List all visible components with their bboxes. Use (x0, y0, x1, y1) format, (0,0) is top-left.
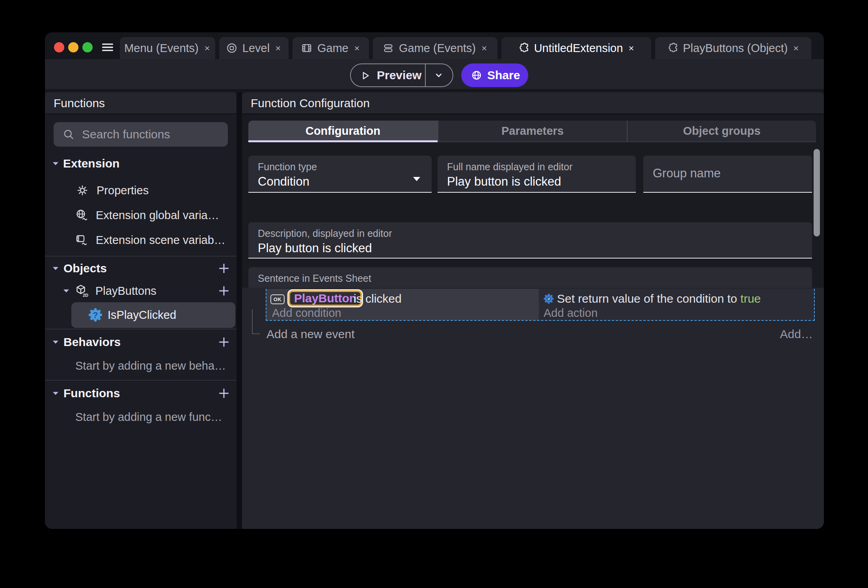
close-icon[interactable] (628, 45, 635, 52)
behaviors-empty-hint: Start by adding a new beha… (75, 357, 226, 375)
section-label: Extension (63, 154, 119, 173)
field-value: Play button is clicked (447, 175, 561, 189)
sidebar-title: Functions (54, 92, 105, 114)
active-tab-underline (248, 140, 438, 142)
field-value: Condition (258, 175, 309, 189)
section-label: Objects (63, 259, 107, 277)
sidebar-section-objects[interactable]: Objects (45, 259, 237, 277)
field-label: Description, displayed in editor (258, 228, 392, 239)
event-row[interactable]: OK PlayButton is clicked Add condition S… (266, 289, 815, 320)
full-name-field[interactable]: Full name displayed in editor Play butto… (438, 156, 636, 193)
tab-untitled-extension[interactable]: UntitledExtension (501, 37, 651, 59)
film-icon (301, 42, 313, 54)
tab-object-groups[interactable]: Object groups (627, 121, 816, 142)
add-function-to-object-button[interactable] (217, 284, 231, 298)
field-value: Play button is clicked (258, 241, 372, 255)
item-label: Extension global varia… (96, 206, 219, 224)
sidebar-item-properties[interactable]: Properties (45, 181, 237, 199)
sidebar-section-behaviors[interactable]: Behaviors (45, 333, 237, 351)
search-icon (62, 128, 75, 141)
close-icon[interactable] (274, 45, 282, 52)
tab-bar: Menu (Events) Level Game Game (Events) U… (45, 32, 824, 59)
sidebar-item-playbuttons[interactable]: PlayButtons (45, 282, 237, 300)
event-tree-guide (252, 309, 260, 334)
add-new-event-button[interactable]: Add a new event (266, 325, 355, 343)
content-area: Functions Search functions Extension Pro… (45, 92, 824, 529)
sidebar-section-extension[interactable]: Extension (45, 154, 237, 173)
level-icon (226, 42, 238, 54)
section-label: Functions (63, 384, 120, 402)
close-icon[interactable] (203, 45, 211, 52)
sidebar-item-global-variables[interactable]: Extension global varia… (45, 206, 237, 224)
object-2d-icon (74, 283, 89, 298)
close-icon[interactable] (353, 45, 361, 52)
play-icon (359, 70, 371, 82)
gear-icon (76, 184, 89, 197)
sidebar-divider (45, 329, 237, 329)
share-button[interactable]: Share (461, 63, 528, 87)
functions-empty-hint: Start by adding a new func… (75, 408, 222, 426)
tab-game-events[interactable]: Game (Events) (373, 37, 497, 59)
field-label: Sentence in Events Sheet (258, 273, 371, 284)
preview-button[interactable]: Preview (350, 63, 453, 87)
item-label: IsPlayClicked (108, 302, 176, 328)
scene-variables-icon (75, 233, 88, 247)
item-label: PlayButtons (95, 282, 156, 300)
globe-icon (471, 69, 482, 81)
tab-label: Menu (Events) (124, 42, 199, 55)
group-name-field[interactable]: Group name (643, 156, 812, 193)
preview-label: Preview (377, 64, 421, 86)
add-more-button[interactable]: Add… (780, 325, 813, 343)
puzzle-icon (518, 42, 529, 54)
puzzle-icon (667, 42, 678, 54)
tab-label: Level (242, 42, 270, 55)
tab-level[interactable]: Level (219, 37, 289, 59)
config-section: Configuration Parameters Object groups F… (242, 115, 824, 288)
app-window: Menu (Events) Level Game Game (Events) U… (45, 32, 824, 529)
tab-label: PlayButtons (Object) (683, 42, 788, 55)
traffic-light-minimize[interactable] (68, 42, 78, 52)
add-behavior-button[interactable] (217, 335, 231, 349)
tab-label: UntitledExtension (534, 42, 623, 55)
caret-down-icon[interactable] (52, 391, 59, 395)
sidebar-item-isplayclicked[interactable]: IsPlayClicked (71, 302, 235, 328)
config-tabs: Configuration Parameters Object groups (248, 121, 816, 142)
description-field[interactable]: Description, displayed in editor Play bu… (248, 222, 812, 259)
events-sheet: OK PlayButton is clicked Add condition S… (242, 288, 824, 529)
share-label: Share (487, 63, 520, 87)
add-object-button[interactable] (217, 262, 231, 275)
sidebar-divider (45, 380, 237, 381)
field-label: Full name displayed in editor (447, 161, 572, 173)
sidebar-divider (45, 256, 237, 257)
main-header: Function Configuration (242, 92, 824, 114)
close-icon[interactable] (481, 45, 488, 52)
tab-label: Game (Events) (399, 42, 476, 55)
search-input[interactable]: Search functions (54, 122, 228, 147)
sidebar-section-functions[interactable]: Functions (45, 384, 237, 402)
item-label: Properties (97, 181, 149, 199)
caret-down-icon[interactable] (52, 340, 59, 344)
sidebar-item-scene-variables[interactable]: Extension scene variab… (45, 231, 237, 249)
field-label: Function type (258, 161, 317, 173)
preview-dropdown-chevron-icon[interactable] (433, 69, 445, 81)
tab-playbuttons-object[interactable]: PlayButtons (Object) (655, 37, 811, 59)
traffic-light-close[interactable] (54, 42, 64, 52)
tab-configuration[interactable]: Configuration (248, 121, 438, 142)
toolbar: Preview Share (45, 59, 824, 89)
field-placeholder: Group name (653, 156, 721, 191)
close-icon[interactable] (792, 45, 800, 52)
main-title: Function Configuration (251, 92, 370, 114)
tab-menu-events[interactable]: Menu (Events) (120, 37, 215, 59)
function-gear-icon (88, 307, 103, 323)
caret-down-icon[interactable] (63, 289, 69, 293)
hamburger-menu-icon[interactable] (101, 40, 115, 54)
caret-down-icon[interactable] (52, 266, 59, 270)
add-free-function-button[interactable] (217, 387, 231, 400)
scrollbar-thumb[interactable] (814, 149, 820, 236)
function-type-field[interactable]: Function type Condition (248, 156, 432, 193)
tab-game[interactable]: Game (292, 37, 369, 59)
traffic-light-zoom[interactable] (82, 42, 93, 52)
tab-parameters[interactable]: Parameters (438, 121, 627, 142)
events-list-icon (382, 42, 394, 54)
caret-down-icon[interactable] (52, 162, 59, 166)
